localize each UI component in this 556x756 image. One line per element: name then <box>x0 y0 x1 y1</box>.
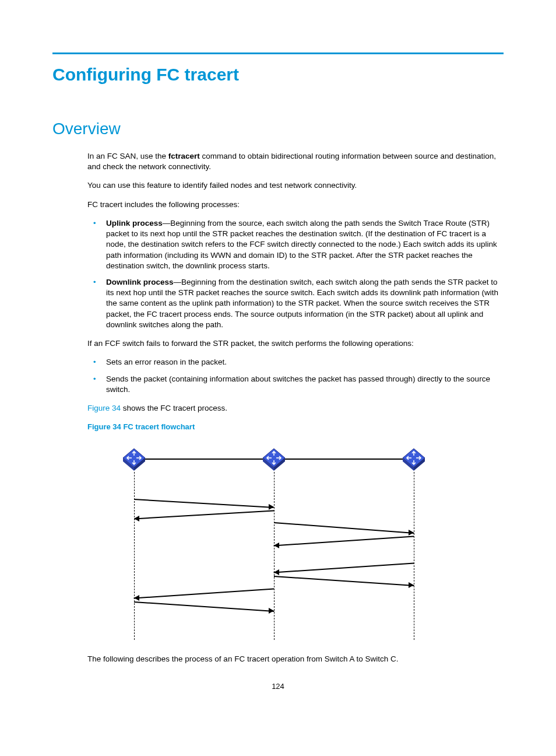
message-arrow <box>134 510 274 519</box>
arrow-head-icon <box>409 582 414 588</box>
figure-ref-post: shows the FC tracert process. <box>121 404 227 412</box>
message-arrow <box>274 576 414 586</box>
arrow-head-icon <box>269 608 274 614</box>
message-arrow <box>134 499 274 508</box>
arrow-head-icon <box>409 530 414 536</box>
timeline-dashed-line <box>274 472 275 640</box>
uplink-process-item: Uplink process—Beginning from the source… <box>87 218 504 271</box>
page-title: Configuring FC tracert <box>52 65 504 85</box>
switch-icon <box>262 447 286 472</box>
arrow-head-icon <box>134 516 139 522</box>
figure-ref-para: Figure 34 shows the FC tracert process. <box>87 403 504 414</box>
fc-tracert-flowchart <box>105 447 431 640</box>
arrow-head-icon <box>274 569 279 575</box>
arrow-head-icon <box>274 542 279 548</box>
switch-icon <box>402 447 426 472</box>
section-heading: Overview <box>52 120 504 138</box>
intro-para-3: FC tracert includes the following proces… <box>87 200 504 210</box>
message-arrow <box>134 589 274 598</box>
intro1-cmd: fctracert <box>168 152 200 160</box>
fail-item-2: Sends the packet (containing information… <box>87 374 504 395</box>
intro-para-1: In an FC SAN, use the fctracert command … <box>87 151 504 172</box>
top-rule <box>52 52 504 54</box>
message-arrow <box>134 601 274 611</box>
downlink-process-item: Downlink process—Beginning from the dest… <box>87 277 504 330</box>
fail-list: Sets an error reason in the packet. Send… <box>87 357 504 395</box>
page-number: 124 <box>52 682 504 691</box>
switch-icon <box>122 447 146 472</box>
arrow-head-icon <box>134 595 139 601</box>
figure-link[interactable]: Figure 34 <box>87 404 121 412</box>
message-arrow <box>274 563 414 573</box>
fail-item-1: Sets an error reason in the packet. <box>87 357 504 368</box>
after-figure-para: The following describes the process of a… <box>87 654 504 664</box>
intro-para-2: You can use this feature to identify fai… <box>87 180 504 191</box>
intro1-pre: In an FC SAN, use the <box>87 152 168 160</box>
downlink-label: Downlink process <box>106 278 174 286</box>
figure-caption: Figure 34 FC tracert flowchart <box>87 422 504 432</box>
timeline-dashed-line <box>134 472 135 640</box>
uplink-label: Uplink process <box>106 219 163 228</box>
timeline-dashed-line <box>414 472 414 640</box>
message-arrow <box>274 536 414 546</box>
process-list: Uplink process—Beginning from the source… <box>87 218 504 330</box>
arrow-head-icon <box>269 504 274 510</box>
uplink-text: —Beginning from the source, each switch … <box>106 219 497 270</box>
fail-intro: If an FCF switch fails to forward the ST… <box>87 338 504 349</box>
message-arrow <box>274 522 414 533</box>
